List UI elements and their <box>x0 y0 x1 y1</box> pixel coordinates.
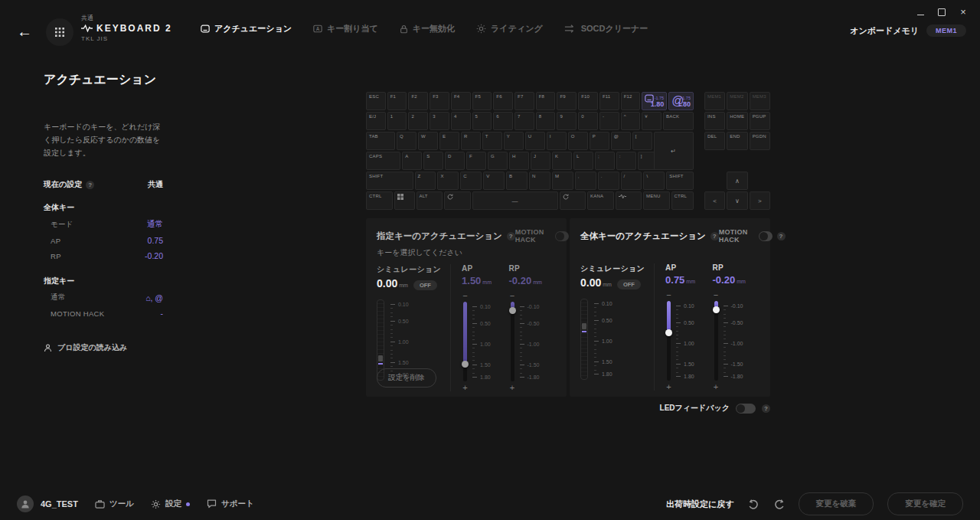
key-F5[interactable]: F5 <box>472 92 492 110</box>
user-account[interactable]: 4G_TEST <box>17 495 78 512</box>
key-arrow-down[interactable]: ∨ <box>727 191 747 210</box>
key-special-keycap[interactable]: -1.751.80 <box>642 92 667 110</box>
key-CAPS[interactable]: CAPS <box>366 152 400 170</box>
key-K[interactable]: K <box>552 152 572 170</box>
key-PGUP[interactable]: PGUP <box>750 112 770 130</box>
key-MEM1[interactable]: MEM1 <box>704 92 725 110</box>
key-P[interactable]: P <box>590 132 609 150</box>
key-9[interactable]: 9 <box>557 112 577 130</box>
help-icon[interactable]: ? <box>777 232 786 240</box>
key-ALT[interactable]: ALT <box>416 191 443 210</box>
increase-button[interactable]: + <box>713 384 720 391</box>
key-Z[interactable]: Z <box>415 172 436 190</box>
key-arrow-left[interactable]: < <box>704 191 725 210</box>
key-U[interactable]: U <box>525 132 545 150</box>
key-F11[interactable]: F11 <box>599 92 619 110</box>
simulation-track[interactable] <box>580 299 588 380</box>
key-V[interactable]: V <box>483 172 505 190</box>
tab-key-disable[interactable]: キー無効化 <box>400 23 455 34</box>
help-icon[interactable]: ? <box>710 232 719 240</box>
key-O[interactable]: O <box>568 132 588 150</box>
key-F7[interactable]: F7 <box>514 92 534 110</box>
help-icon[interactable]: ? <box>507 232 515 240</box>
key-@[interactable]: @ <box>611 132 631 150</box>
key--[interactable]: - <box>599 112 619 130</box>
key-HOME[interactable]: HOME <box>727 112 747 130</box>
key-B[interactable]: B <box>506 172 528 190</box>
factory-reset-button[interactable]: 出荷時設定に戻す <box>666 499 734 510</box>
help-icon[interactable]: ? <box>762 404 770 413</box>
key-M[interactable]: M <box>552 172 573 190</box>
key-;[interactable]: ; <box>595 152 615 170</box>
key-N[interactable]: N <box>529 172 550 190</box>
key-CTRL[interactable]: CTRL <box>366 191 393 210</box>
key-^[interactable]: ^ <box>621 112 641 130</box>
back-button[interactable]: ← <box>17 23 32 41</box>
device-switcher-button[interactable] <box>46 18 74 46</box>
slider-track[interactable] <box>463 302 467 381</box>
footer-item-settings[interactable]: 設定 <box>151 499 190 509</box>
key-arrow-up[interactable]: ∧ <box>727 172 747 190</box>
key-8[interactable]: 8 <box>536 112 556 130</box>
key-muhenkan[interactable] <box>444 191 471 210</box>
key-1[interactable]: 1 <box>387 112 407 130</box>
tab-lighting[interactable]: ライティング <box>476 23 543 34</box>
key-F9[interactable]: F9 <box>557 92 577 110</box>
key-/[interactable]: / <box>621 172 642 190</box>
key-R[interactable]: R <box>461 132 481 150</box>
key-,[interactable]: , <box>575 172 596 190</box>
key-\[interactable]: \ <box>643 172 665 190</box>
key-F2[interactable]: F2 <box>408 92 428 110</box>
key-5[interactable]: 5 <box>472 112 492 130</box>
key-:[interactable]: : <box>616 152 636 170</box>
key-X[interactable]: X <box>437 172 459 190</box>
key-F1[interactable]: F1 <box>387 92 407 110</box>
key-DEL[interactable]: DEL <box>704 132 725 150</box>
key-[[interactable]: [ <box>632 132 652 150</box>
key-MENU[interactable]: MENU <box>643 191 670 210</box>
key-F[interactable]: F <box>466 152 486 170</box>
slider-handle[interactable] <box>665 329 672 336</box>
key-TAB[interactable]: TAB <box>366 132 395 150</box>
slider-track[interactable] <box>714 301 718 381</box>
decrease-button[interactable]: − <box>462 293 469 299</box>
redo-icon[interactable] <box>773 499 785 509</box>
key-6[interactable]: 6 <box>493 112 513 130</box>
memory-slot-badge[interactable]: MEM1 <box>926 25 966 37</box>
increase-button[interactable]: + <box>509 384 516 391</box>
key-special-at[interactable]: @-1.751.80 <box>668 92 694 110</box>
slider-track[interactable] <box>667 301 671 381</box>
key-SHIFT[interactable]: SHIFT <box>666 172 694 190</box>
key-S[interactable]: S <box>423 152 443 170</box>
key-MEM3[interactable]: MEM3 <box>750 92 770 110</box>
key-henkan[interactable] <box>560 191 586 210</box>
key-C[interactable]: C <box>460 172 482 190</box>
key-win[interactable] <box>394 191 415 210</box>
tab-key-assign[interactable]: Aキー割り当て <box>313 23 378 34</box>
key-BACK[interactable]: BACK <box>663 112 694 130</box>
decrease-button[interactable]: − <box>509 293 516 299</box>
key-E[interactable]: E <box>439 132 459 150</box>
key-SHIFT[interactable]: SHIFT <box>366 172 413 190</box>
footer-item-tools[interactable]: ツール <box>95 499 134 509</box>
confirm-changes-button[interactable]: 変更を確定 <box>887 492 963 515</box>
delete-settings-button[interactable]: 設定を削除 <box>377 368 436 388</box>
key-3[interactable]: 3 <box>430 112 449 130</box>
key-¥[interactable]: ¥ <box>642 112 662 130</box>
key-MEM2[interactable]: MEM2 <box>727 92 747 110</box>
key-2[interactable]: 2 <box>408 112 428 130</box>
discard-changes-button[interactable]: 変更を破棄 <box>799 492 874 515</box>
load-pro-settings-button[interactable]: プロ設定の読み込み <box>44 342 163 353</box>
key-D[interactable]: D <box>445 152 465 170</box>
motion-hack-toggle[interactable] <box>555 231 569 241</box>
key-Q[interactable]: Q <box>397 132 416 150</box>
key-ESC[interactable]: ESC <box>366 92 386 110</box>
key-4[interactable]: 4 <box>451 112 471 130</box>
key-.[interactable]: . <box>598 172 619 190</box>
key-L[interactable]: L <box>573 152 593 170</box>
key-F4[interactable]: F4 <box>451 92 471 110</box>
key-7[interactable]: 7 <box>514 112 534 130</box>
key-W[interactable]: W <box>418 132 438 150</box>
key-I[interactable]: I <box>547 132 567 150</box>
key-arrow-right[interactable]: > <box>750 191 770 210</box>
